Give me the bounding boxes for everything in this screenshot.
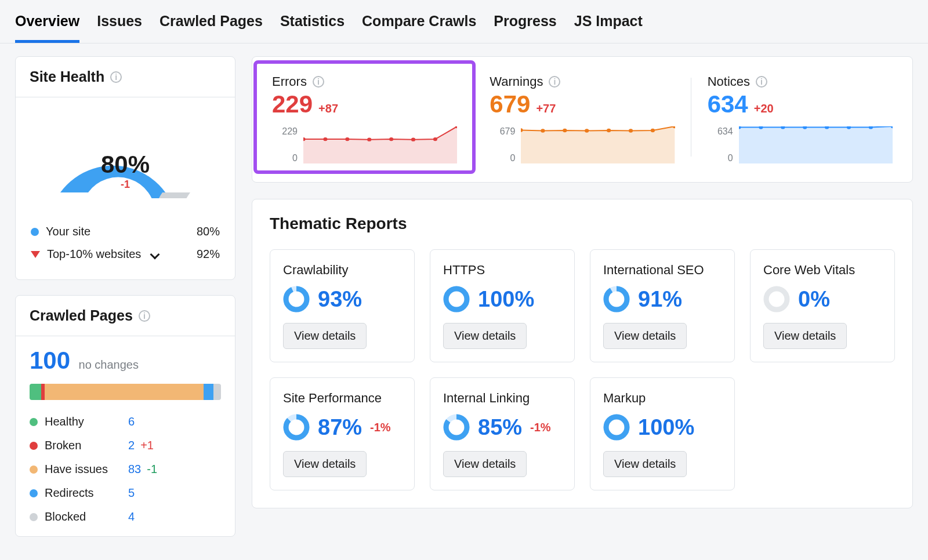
view-details-button[interactable]: View details xyxy=(283,323,367,349)
thematic-item: Crawlability 93% View details xyxy=(270,249,415,362)
site-health-title: Site Health xyxy=(30,68,104,85)
legend-label: Top-10% websites xyxy=(47,248,141,261)
summary-label: Errors xyxy=(272,74,307,89)
tab-js-impact[interactable]: JS Impact xyxy=(574,13,643,43)
svg-point-3 xyxy=(345,137,349,141)
svg-point-4 xyxy=(367,137,371,141)
crawled-pages-card: Crawled Pages i 100 no changes Healthy6B… xyxy=(15,295,235,537)
tab-progress[interactable]: Progress xyxy=(494,13,556,43)
svg-point-6 xyxy=(411,137,415,141)
dot-icon xyxy=(30,513,38,521)
view-details-button[interactable]: View details xyxy=(603,323,687,349)
view-details-button[interactable]: View details xyxy=(763,323,847,349)
thematic-label: Internal Linking xyxy=(443,391,561,406)
thematic-value: 100% xyxy=(638,415,694,440)
info-icon[interactable]: i xyxy=(313,76,324,88)
svg-point-2 xyxy=(323,137,327,141)
list-value: 5 xyxy=(128,486,135,500)
summary-warnings[interactable]: Warningsi 679+77 6790 xyxy=(473,63,691,172)
summary-errors[interactable]: Errorsi 229+87 2290 xyxy=(256,63,473,172)
axis-zero: 0 xyxy=(272,153,298,163)
list-label: Blocked xyxy=(45,510,86,523)
summary-delta: +77 xyxy=(536,102,556,115)
thematic-grid: Crawlability 93% View details HTTPS 100%… xyxy=(252,239,912,508)
info-icon[interactable]: i xyxy=(110,71,122,83)
list-item[interactable]: Have issues83-1 xyxy=(30,463,221,476)
bar-segment xyxy=(213,384,221,400)
tab-overview[interactable]: Overview xyxy=(15,13,79,43)
legend-value: 92% xyxy=(197,248,220,261)
list-value: 6 xyxy=(128,415,135,428)
list-label: Broken xyxy=(45,439,81,452)
svg-point-38 xyxy=(606,417,627,438)
crawled-pages-title: Crawled Pages xyxy=(30,307,133,324)
view-details-button[interactable]: View details xyxy=(283,451,367,477)
summary-notices[interactable]: Noticesi 634+20 6340 xyxy=(691,63,909,172)
thematic-title: Thematic Reports xyxy=(252,199,912,239)
crawled-sub: no changes xyxy=(79,358,139,371)
list-item[interactable]: Blocked4 xyxy=(30,510,221,523)
thematic-item: International SEO 91% View details xyxy=(590,249,735,362)
bar-segment xyxy=(204,384,213,400)
donut-icon xyxy=(443,414,470,441)
summary-value: 634 xyxy=(708,90,748,118)
dot-icon xyxy=(31,228,39,236)
summary-label: Notices xyxy=(708,74,750,89)
tab-issues[interactable]: Issues xyxy=(97,13,142,43)
list-item[interactable]: Broken2+1 xyxy=(30,439,221,452)
donut-icon xyxy=(603,286,630,312)
gauge: 80% -1 xyxy=(16,97,235,204)
list-item[interactable]: Redirects5 xyxy=(30,486,221,500)
thematic-delta: -1% xyxy=(530,421,551,434)
list-value: 2 xyxy=(128,439,135,452)
tab-compare-crawls[interactable]: Compare Crawls xyxy=(362,13,476,43)
svg-point-28 xyxy=(446,289,467,310)
thematic-item: Core Web Vitals 0% View details xyxy=(750,249,895,362)
svg-point-15 xyxy=(651,129,655,132)
summary-label: Warnings xyxy=(490,74,543,89)
thematic-label: International SEO xyxy=(603,263,722,278)
triangle-down-icon xyxy=(31,251,40,258)
thematic-label: Crawlability xyxy=(283,263,401,278)
info-icon[interactable]: i xyxy=(139,310,150,322)
axis-max: 634 xyxy=(708,126,733,137)
svg-point-34 xyxy=(286,417,307,438)
donut-icon xyxy=(763,286,790,312)
axis-max: 229 xyxy=(272,126,298,137)
svg-point-7 xyxy=(433,137,437,141)
view-details-button[interactable]: View details xyxy=(603,451,687,477)
axis-max: 679 xyxy=(490,126,515,137)
svg-point-30 xyxy=(606,289,627,310)
thematic-item: Internal Linking 85% -1% View details xyxy=(430,377,575,490)
view-details-button[interactable]: View details xyxy=(443,451,527,477)
svg-point-13 xyxy=(607,129,611,132)
thematic-label: HTTPS xyxy=(443,263,561,278)
legend-row: Your site80% xyxy=(31,220,220,243)
info-icon[interactable]: i xyxy=(549,76,560,88)
list-item[interactable]: Healthy6 xyxy=(30,415,221,428)
thematic-value: 0% xyxy=(798,287,830,312)
dot-icon xyxy=(30,418,38,426)
donut-icon xyxy=(603,414,630,441)
thematic-value: 85% xyxy=(478,415,522,440)
tab-statistics[interactable]: Statistics xyxy=(280,13,345,43)
legend-row[interactable]: Top-10% websites92% xyxy=(31,243,220,266)
gauge-value: 80% xyxy=(44,151,206,179)
crawled-total[interactable]: 100 xyxy=(30,347,70,374)
list-label: Healthy xyxy=(45,415,84,428)
list-label: Have issues xyxy=(45,463,108,476)
thematic-label: Site Performance xyxy=(283,391,401,406)
list-value: 83 xyxy=(128,463,141,476)
info-icon[interactable]: i xyxy=(756,76,767,88)
bar-segment xyxy=(30,384,41,400)
site-health-header: Site Health i xyxy=(16,57,235,97)
view-details-button[interactable]: View details xyxy=(443,323,527,349)
axis-zero: 0 xyxy=(708,153,733,163)
dot-icon xyxy=(30,466,38,474)
tabs: OverviewIssuesCrawled PagesStatisticsCom… xyxy=(0,0,928,43)
tab-crawled-pages[interactable]: Crawled Pages xyxy=(160,13,263,43)
thematic-item: Markup 100% View details xyxy=(590,377,735,490)
thematic-label: Markup xyxy=(603,391,722,406)
svg-point-10 xyxy=(541,129,545,132)
crawled-list: Healthy6Broken2+1Have issues83-1Redirect… xyxy=(30,415,221,523)
